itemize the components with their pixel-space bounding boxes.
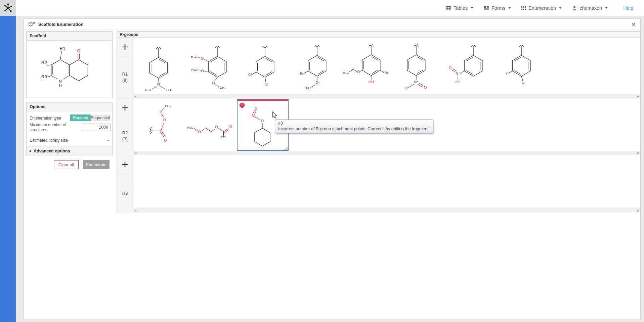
nav-user-label: chemaxon: [579, 5, 602, 11]
methyl-group: CH₃: [220, 86, 226, 89]
tooltip-message: Incorrect number of R-group attachment p…: [278, 126, 430, 132]
scroll-right-icon[interactable]: [637, 95, 639, 97]
page-title: Scaffold Enumeration: [38, 22, 83, 27]
options-panel-title: Options: [27, 102, 112, 111]
add-fragment-r3-button[interactable]: +: [117, 155, 133, 174]
methyl-group: H₃C: [191, 55, 197, 58]
r3-scrollbar[interactable]: [133, 209, 640, 213]
r3-attachment-label: R3: [41, 74, 47, 79]
tooltip-ref: #3: [278, 121, 430, 126]
max-structures-label: Maximum number of structures: [30, 123, 67, 133]
r1-label-text: R1: [122, 71, 128, 77]
left-accent-strip: [0, 16, 16, 322]
oxygen-atom: O: [198, 130, 201, 134]
scroll-right-icon[interactable]: [637, 210, 639, 212]
r3-row-label: R3: [117, 174, 133, 213]
oxygen-atom: O: [77, 49, 80, 53]
fluorine-atom: F: [506, 72, 508, 76]
advanced-options-toggle[interactable]: Advanced options: [27, 146, 112, 155]
grid-dots-icon: [521, 5, 526, 10]
chevron-down-icon: [471, 7, 473, 9]
mouse-cursor-icon: [272, 111, 277, 119]
chevron-down-icon: [559, 7, 562, 9]
nitrogen-atom: N: [59, 79, 61, 83]
r3-left-column: + R3: [117, 155, 133, 213]
r2-scrollbar[interactable]: [133, 151, 640, 155]
r2-attachment-label: R2: [41, 60, 47, 65]
help-link[interactable]: Help: [623, 5, 633, 11]
enumerate-button[interactable]: Enumerate: [83, 160, 110, 169]
add-fragment-r1-button[interactable]: +: [117, 38, 133, 56]
scaffold-structure-canvas[interactable]: O R1 R2 R3 N H: [27, 41, 112, 99]
scaffold-enumeration-icon: R: [28, 21, 36, 27]
r1-count-text: (8): [122, 77, 128, 83]
r2-count-text: (3): [122, 136, 128, 142]
r3-label-text: R3: [122, 190, 128, 196]
fluorine-atom: F: [522, 81, 525, 85]
oxygen-atom: O⁻: [405, 86, 410, 90]
hydroxyl-group: OH: [369, 80, 374, 84]
bromine-atom: Br: [300, 72, 304, 76]
app-logo[interactable]: [0, 0, 16, 16]
max-structures-input[interactable]: [82, 124, 111, 131]
fragment-structure[interactable]: F F: [493, 38, 545, 94]
r2-row-label: R2 (3): [117, 117, 133, 155]
fragment-structure[interactable]: H₃C O OH Br: [339, 38, 391, 94]
methyl-group: CH₃: [165, 104, 171, 108]
scroll-left-icon[interactable]: [135, 95, 136, 97]
close-icon[interactable]: ×: [632, 20, 636, 28]
r1-attachment-label: R1: [59, 46, 65, 51]
forms-icon: [483, 5, 489, 10]
chlorine-atom: Cl: [265, 82, 268, 86]
estimated-size-label: Estimated library size: [30, 138, 68, 143]
scroll-left-icon[interactable]: [135, 210, 136, 212]
fragment-structure[interactable]: Cl Cl: [239, 38, 291, 94]
nav-user-menu[interactable]: chemaxon: [572, 5, 608, 11]
rgroup-row-r1: + R1 (8) N H₃C CH₃: [117, 38, 640, 98]
rgroup-row-r3: + R3: [117, 155, 640, 213]
r1-fragments-area: N H₃C CH₃ O H₃C O H₃C O CH₃: [133, 38, 640, 94]
nav-tables[interactable]: Tables: [446, 5, 473, 11]
nitrogen-atom: N: [157, 82, 160, 86]
nitrogen-atom: N⁺: [456, 72, 460, 76]
oxygen-atom: O: [212, 81, 215, 85]
nav-tables-label: Tables: [454, 5, 468, 11]
r1-scrollbar[interactable]: [133, 94, 640, 98]
enumeration-type-label: Enumeration type: [30, 116, 61, 121]
oxygen-atom: O: [164, 138, 167, 142]
scaffold-panel-title: Scaffold: [27, 32, 112, 41]
methyl-group: CH₃: [166, 88, 172, 92]
nav-enumeration-label: Enumeration: [528, 5, 556, 11]
table-icon: [446, 5, 451, 10]
fragment-structure[interactable]: Br O H₃C: [290, 38, 342, 94]
fragment-structure[interactable]: O H₃C O H₃C O CH₃: [186, 38, 239, 94]
enumeration-type-toggle: Random Sequential: [70, 114, 110, 121]
scroll-right-icon[interactable]: [637, 152, 639, 154]
resize-handle[interactable]: [284, 146, 288, 150]
scroll-left-icon[interactable]: [135, 152, 136, 154]
dialog-header: R Scaffold Enumeration ×: [24, 19, 640, 30]
add-fragment-r2-button[interactable]: +: [117, 98, 133, 117]
nav-forms[interactable]: Forms: [483, 5, 511, 11]
chevron-down-icon: [605, 7, 608, 9]
nav-enumeration[interactable]: Enumeration: [521, 5, 562, 11]
oxygen-atom: O: [255, 106, 257, 110]
nitrogen-atom: N⁺: [414, 80, 419, 84]
scaffold-panel: Scaffold O R1 R2 R3 N H: [26, 31, 113, 99]
clear-all-button[interactable]: Clear all: [54, 160, 79, 169]
svg-text:R: R: [33, 21, 35, 25]
fragment-structure[interactable]: N H₃C CH₃: [133, 38, 185, 94]
rgroups-panel-title: R-groups: [117, 32, 640, 38]
toggle-sequential[interactable]: Sequential: [91, 114, 110, 121]
advanced-options-label: Advanced options: [34, 149, 70, 153]
fragment-structure[interactable]: H₃C O O O: [183, 98, 242, 151]
toggle-random[interactable]: Random: [70, 114, 91, 121]
fragment-structure[interactable]: N⁺ O O⁻: [445, 38, 497, 94]
hydrogen-atom: H: [59, 84, 61, 88]
oxygen-atom: O: [229, 124, 232, 128]
fragment-structure[interactable]: N⁺ O⁻ O: [391, 38, 443, 94]
chevron-down-icon: [508, 7, 511, 9]
methyl-group: H₃C: [187, 126, 194, 129]
scaffold-structure: O R1 R2 R3 N H: [33, 43, 106, 96]
oxygen-atom: O: [215, 125, 218, 129]
